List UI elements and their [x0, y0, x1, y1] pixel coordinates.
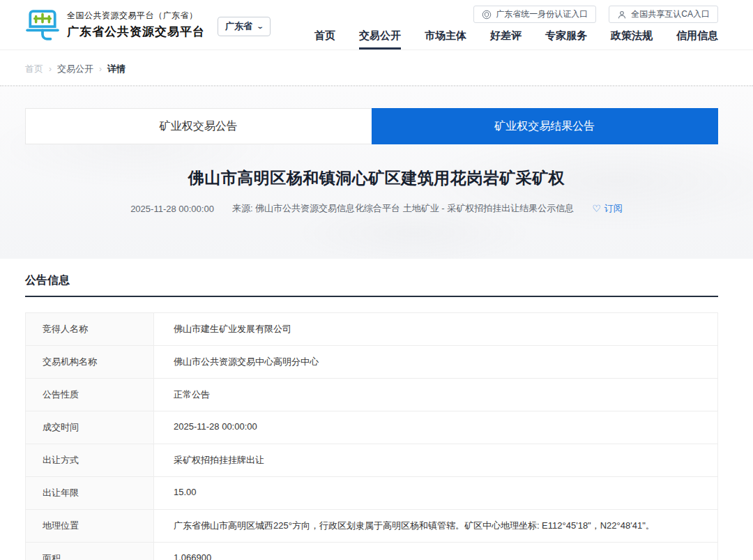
- row-label: 成交时间: [26, 411, 154, 444]
- region-selector[interactable]: 广东省 ⌄: [218, 17, 271, 36]
- nav-item[interactable]: 交易公开: [359, 30, 401, 50]
- nav-item[interactable]: 好差评: [490, 30, 522, 50]
- site-logo-icon[interactable]: [25, 8, 60, 43]
- nav-item[interactable]: 市场主体: [425, 30, 466, 50]
- breadcrumb-item[interactable]: 首页: [25, 63, 43, 75]
- shield-icon: [482, 10, 492, 20]
- person-icon: [617, 10, 627, 20]
- article-meta: 2025-11-28 00:00:00 来源: 佛山市公共资源交易信息化综合平台…: [0, 202, 753, 215]
- platform-name-guangdong: 广东省公共资源交易平台: [67, 24, 205, 40]
- page-title: 佛山市高明区杨和镇洞心矿区建筑用花岗岩矿采矿权: [0, 167, 753, 189]
- announcement-tabs: 矿业权交易公告矿业权交易结果公告: [25, 108, 718, 144]
- main-nav: 首页交易公开市场主体好差评专家服务政策法规信用信息: [314, 30, 718, 50]
- table-row: 地理位置广东省佛山市高明区城西225°方向，行政区划隶属于高明区杨和镇管辖。矿区…: [26, 510, 717, 543]
- breadcrumb-item: 详情: [107, 63, 126, 75]
- heart-icon: ♡: [592, 204, 601, 213]
- row-value: 1.066900: [154, 543, 717, 560]
- row-value: 佛山市建生矿业发展有限公司: [154, 313, 717, 345]
- row-value: 佛山市公共资源交易中心高明分中心: [154, 346, 717, 378]
- table-row: 交易机构名称佛山市公共资源交易中心高明分中心: [26, 346, 717, 379]
- announcement-info-table: 竞得人名称佛山市建生矿业发展有限公司交易机构名称佛山市公共资源交易中心高明分中心…: [25, 312, 718, 560]
- row-label: 地理位置: [26, 510, 154, 542]
- auth-button-label: 广东省统一身份认证入口: [496, 8, 588, 20]
- table-row: 竞得人名称佛山市建生矿业发展有限公司: [26, 313, 717, 346]
- subscribe-button[interactable]: ♡ 订阅: [592, 202, 623, 215]
- row-label: 出让方式: [26, 444, 154, 476]
- identity-auth-entry-button[interactable]: 广东省统一身份认证入口: [473, 6, 596, 23]
- section-title: 公告信息: [25, 273, 718, 297]
- table-row: 面积1.066900: [26, 543, 717, 560]
- breadcrumb-separator: ›: [49, 64, 52, 74]
- row-value: 2025-11-28 00:00:00: [154, 411, 717, 444]
- tab-transaction-announcement[interactable]: 矿业权交易公告: [25, 108, 372, 144]
- chevron-down-icon: ⌄: [256, 23, 264, 30]
- row-value: 正常公告: [154, 379, 717, 411]
- row-label: 交易机构名称: [26, 346, 154, 378]
- row-value: 采矿权招拍挂挂牌出让: [154, 444, 717, 476]
- announcement-section: 公告信息 竞得人名称佛山市建生矿业发展有限公司交易机构名称佛山市公共资源交易中心…: [0, 259, 753, 560]
- nav-item[interactable]: 信用信息: [676, 30, 718, 50]
- region-selector-label: 广东省: [225, 20, 252, 33]
- table-row: 出让年限15.00: [26, 477, 717, 510]
- breadcrumb-separator: ›: [99, 64, 102, 74]
- row-label: 面积: [26, 543, 154, 560]
- row-label: 出让年限: [26, 477, 154, 509]
- nav-item[interactable]: 首页: [314, 30, 335, 50]
- site-header: 全国公共资源交易平台（广东省） 广东省公共资源交易平台 广东省 ⌄ 广东省统一身…: [0, 0, 753, 50]
- tab-result-announcement[interactable]: 矿业权交易结果公告: [372, 108, 719, 144]
- publish-datetime: 2025-11-28 00:00:00: [130, 204, 214, 214]
- auth-entry-buttons: 广东省统一身份认证入口全国共享互认CA入口: [473, 6, 718, 23]
- breadcrumb: 首页›交易公开›详情: [0, 50, 753, 85]
- row-label: 竞得人名称: [26, 313, 154, 345]
- table-row: 成交时间2025-11-28 00:00:00: [26, 411, 717, 444]
- hero-band: 矿业权交易公告矿业权交易结果公告 佛山市高明区杨和镇洞心矿区建筑用花岗岩矿采矿权…: [0, 85, 753, 259]
- auth-button-label: 全国共享互认CA入口: [631, 8, 710, 20]
- nav-item[interactable]: 政策法规: [611, 30, 653, 50]
- row-label: 公告性质: [26, 379, 154, 411]
- table-row: 公告性质正常公告: [26, 379, 717, 411]
- subscribe-label: 订阅: [604, 202, 623, 215]
- nav-item[interactable]: 专家服务: [545, 30, 587, 50]
- breadcrumb-item[interactable]: 交易公开: [57, 63, 93, 75]
- ca-entry-button[interactable]: 全国共享互认CA入口: [609, 6, 718, 23]
- platform-name-national: 全国公共资源交易平台（广东省）: [67, 10, 205, 22]
- table-row: 出让方式采矿权招拍挂挂牌出让: [26, 444, 717, 477]
- row-value: 广东省佛山市高明区城西225°方向，行政区划隶属于高明区杨和镇管辖。矿区中心地理…: [154, 510, 717, 542]
- row-value: 15.00: [154, 477, 717, 509]
- article-source: 来源: 佛山市公共资源交易信息化综合平台 土地矿业 - 采矿权招拍挂出让结果公示…: [232, 202, 574, 215]
